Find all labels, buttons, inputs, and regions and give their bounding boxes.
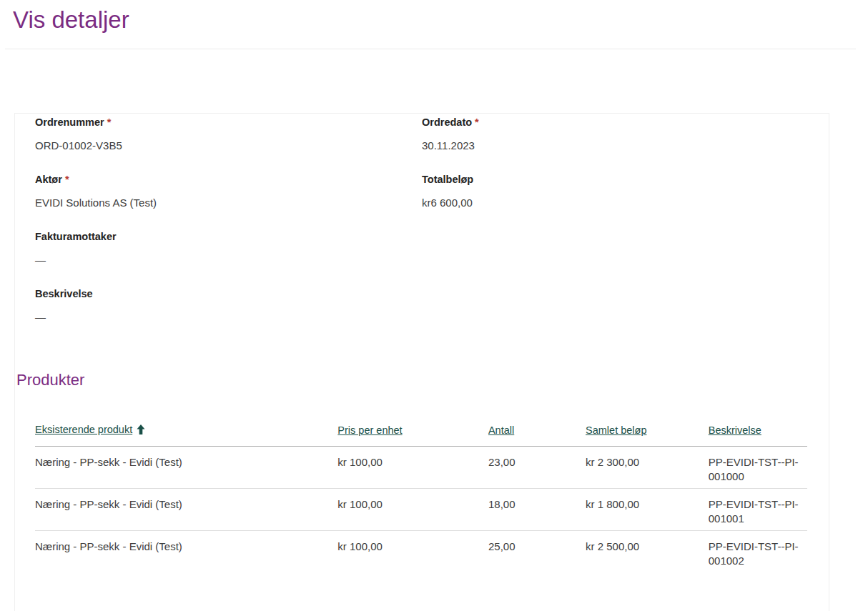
field-beskrivelse: Beskrivelse— xyxy=(35,288,422,322)
field-label-text: Beskrivelse xyxy=(35,288,93,299)
title-divider xyxy=(5,49,856,49)
order-details-card: Ordrenummer*ORD-01002-V3B5Ordredato*30.1… xyxy=(14,113,829,611)
field-value: kr6 600,00 xyxy=(422,197,809,208)
table-row: Næring - PP-sekk - Evidi (Test)kr 100,00… xyxy=(35,488,807,530)
table-cell: kr 100,00 xyxy=(337,446,488,488)
field-label: Aktør* xyxy=(35,174,422,186)
table-cell: Næring - PP-sekk - Evidi (Test) xyxy=(35,488,337,530)
table-cell: 25,00 xyxy=(488,530,586,572)
field-aktør: Aktør*EVIDI Solutions AS (Test) xyxy=(35,174,422,208)
page-title: Vis detaljer xyxy=(13,7,868,34)
table-cell: kr 1 800,00 xyxy=(586,488,709,530)
order-fields-grid: Ordrenummer*ORD-01002-V3B5Ordredato*30.1… xyxy=(15,114,829,345)
products-header-row: Eksisterende produktPris per enhetAntall… xyxy=(35,423,807,447)
table-cell: Næring - PP-sekk - Evidi (Test) xyxy=(35,530,337,572)
table-cell: kr 100,00 xyxy=(337,530,488,572)
field-value: — xyxy=(35,312,422,322)
field-label: Ordredato* xyxy=(422,116,809,129)
field-label: Totalbeløp xyxy=(422,174,809,186)
sort-ascending-arrow-icon xyxy=(137,424,145,437)
column-header-eksisterende-produkt: Eksisterende produkt xyxy=(35,423,337,447)
table-cell: PP-EVIDI-TST--PI-001000 xyxy=(709,446,807,488)
products-table-wrap: Eksisterende produktPris per enhetAntall… xyxy=(35,423,807,572)
table-cell: PP-EVIDI-TST--PI-001002 xyxy=(709,530,807,572)
table-cell: kr 100,00 xyxy=(337,488,488,530)
table-row: Næring - PP-sekk - Evidi (Test)kr 100,00… xyxy=(35,446,807,488)
field-label-text: Aktør xyxy=(35,174,62,185)
table-cell: kr 2 300,00 xyxy=(586,446,709,488)
required-asterisk: * xyxy=(107,116,112,128)
field-totalbeløp: Totalbeløpkr6 600,00 xyxy=(422,174,809,208)
field-label-text: Totalbeløp xyxy=(422,174,473,185)
table-cell: Næring - PP-sekk - Evidi (Test) xyxy=(35,446,337,488)
field-label: Ordrenummer* xyxy=(35,116,422,129)
column-header-antall: Antall xyxy=(488,423,586,447)
column-sort-link[interactable]: Eksisterende produkt xyxy=(35,424,132,435)
field-ordredato: Ordredato*30.11.2023 xyxy=(422,116,809,151)
field-value: ORD-01002-V3B5 xyxy=(35,140,422,151)
column-sort-link[interactable]: Samlet beløp xyxy=(586,424,646,436)
table-cell: PP-EVIDI-TST--PI-001001 xyxy=(709,488,807,530)
column-sort-link[interactable]: Antall xyxy=(488,424,514,436)
required-asterisk: * xyxy=(475,116,479,128)
field-label: Fakturamottaker xyxy=(35,231,422,243)
table-row: Næring - PP-sekk - Evidi (Test)kr 100,00… xyxy=(35,530,807,572)
column-header-samlet-beløp: Samlet beløp xyxy=(586,423,709,447)
products-body: Næring - PP-sekk - Evidi (Test)kr 100,00… xyxy=(35,446,807,572)
field-ordrenummer: Ordrenummer*ORD-01002-V3B5 xyxy=(35,116,422,151)
column-header-beskrivelse: Beskrivelse xyxy=(709,423,807,447)
field-label: Beskrivelse xyxy=(35,288,422,300)
column-sort-link[interactable]: Pris per enhet xyxy=(337,424,402,436)
field-label-text: Fakturamottaker xyxy=(35,231,117,242)
column-sort-link[interactable]: Beskrivelse xyxy=(709,424,761,436)
table-cell: kr 2 500,00 xyxy=(586,530,709,572)
field-label-text: Ordrenummer xyxy=(35,116,104,128)
table-cell: 18,00 xyxy=(488,488,586,530)
field-label-text: Ordredato xyxy=(422,116,472,128)
field-fakturamottaker: Fakturamottaker— xyxy=(35,231,422,265)
products-heading: Produkter xyxy=(16,371,829,389)
field-value: EVIDI Solutions AS (Test) xyxy=(35,197,422,208)
column-header-pris-per-enhet: Pris per enhet xyxy=(337,423,488,447)
products-table: Eksisterende produktPris per enhetAntall… xyxy=(35,423,807,572)
field-value: 30.11.2023 xyxy=(422,140,809,151)
required-asterisk: * xyxy=(65,174,69,185)
field-value: — xyxy=(35,254,422,265)
table-cell: 23,00 xyxy=(488,446,586,488)
